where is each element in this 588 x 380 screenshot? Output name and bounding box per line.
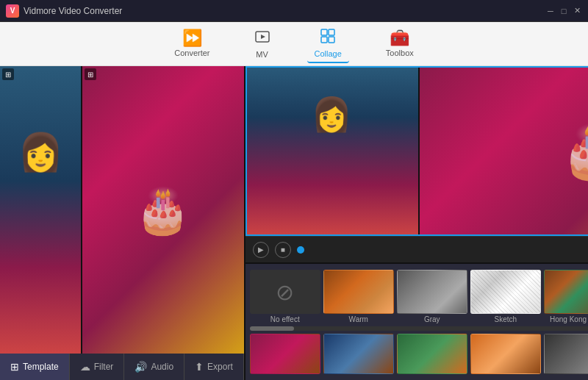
filter-thumb-r3	[397, 334, 467, 374]
nav-mv-label: MV	[256, 50, 268, 59]
horizontal-scrollbar[interactable]	[250, 326, 588, 331]
filter-hk-movie[interactable]: Hong Kong Movie	[544, 270, 588, 323]
filter-gallery: No effect Warm Gray Sketch	[245, 262, 588, 380]
left-preview	[0, 66, 244, 354]
play-button[interactable]: ▶	[253, 242, 269, 258]
filter-thumb-r1	[250, 334, 320, 374]
tab-audio[interactable]: 🔊 Audio	[124, 354, 184, 380]
tab-audio-label: Audio	[151, 362, 173, 372]
close-button[interactable]: ✕	[572, 6, 582, 16]
nav-toolbox[interactable]: 🧰 Toolbox	[379, 26, 421, 61]
filter-gray[interactable]: Gray	[397, 270, 467, 323]
svg-rect-3	[329, 29, 334, 35]
main-content: ⊞ Template ☁ Filter 🔊 Audio ⬆ Export	[0, 66, 588, 380]
logo-text: V	[10, 7, 15, 15]
right-cell-girl[interactable]	[245, 66, 418, 236]
filter-row-2	[250, 334, 588, 374]
tab-template[interactable]: ⊞ Template	[0, 354, 70, 380]
filter-thumb-r4	[470, 334, 541, 374]
maximize-button[interactable]: □	[559, 6, 569, 16]
filter-label-sketch: Sketch	[494, 315, 517, 323]
filter-icon: ☁	[80, 361, 90, 373]
filter-r3[interactable]	[397, 334, 467, 374]
filter-thumb-sketch	[470, 270, 541, 314]
collage-cell-1[interactable]	[0, 66, 81, 354]
collage-icon	[320, 28, 336, 47]
tab-filter[interactable]: ☁ Filter	[70, 354, 125, 380]
tab-filter-label: Filter	[94, 362, 114, 372]
export-tab-icon: ⬆	[195, 361, 204, 373]
nav-mv[interactable]: MV	[247, 25, 278, 62]
filter-r2[interactable]	[323, 334, 394, 374]
nav-toolbar: ⏩ Converter MV Collage 🧰 Toolbox	[0, 22, 588, 66]
minimize-button[interactable]: ─	[545, 6, 556, 16]
converter-icon: ⏩	[182, 30, 202, 46]
svg-marker-1	[261, 35, 265, 39]
nav-collage-label: Collage	[315, 49, 342, 58]
collage-cell-2[interactable]	[82, 66, 244, 354]
nav-collage[interactable]: Collage	[307, 24, 349, 63]
svg-rect-5	[329, 37, 334, 43]
filter-label-gray: Gray	[424, 315, 440, 323]
filter-thumb-no-effect	[250, 270, 320, 314]
filter-thumb-hk-movie	[544, 270, 588, 314]
girl-image	[0, 66, 81, 354]
filter-label-no-effect: No effect	[270, 315, 300, 323]
filter-r4[interactable]	[470, 334, 541, 374]
cake-image	[82, 66, 244, 354]
filter-wrapper: No effect Warm Gray Sketch	[245, 262, 588, 380]
template-icon: ⊞	[10, 361, 19, 373]
filter-label-warm: Warm	[349, 315, 368, 323]
stop-button[interactable]: ■	[275, 242, 291, 258]
collage-grid	[0, 66, 244, 354]
window-controls: ─ □ ✕	[545, 6, 582, 16]
playback-bar: ▶ ■ 00:00:00.00/00:00:44.05 🔊	[245, 236, 588, 262]
filter-thumb-warm	[323, 270, 394, 314]
filter-no-effect[interactable]: No effect	[250, 270, 320, 323]
audio-icon: 🔊	[135, 361, 147, 373]
scrollbar-thumb[interactable]	[250, 326, 294, 331]
nav-converter-label: Converter	[174, 49, 209, 57]
filter-thumb-r5	[544, 334, 588, 374]
right-collage-grid	[245, 66, 588, 236]
svg-rect-4	[321, 37, 327, 43]
right-cell-cake[interactable]	[420, 66, 588, 236]
app-logo: V	[6, 4, 19, 18]
mv-icon	[254, 29, 270, 48]
filter-thumb-gray	[397, 270, 467, 314]
title-bar: V Vidmore Video Converter ─ □ ✕	[0, 0, 588, 22]
tab-export[interactable]: ⬆ Export	[184, 354, 244, 380]
nav-toolbox-label: Toolbox	[386, 49, 414, 57]
toolbox-icon: 🧰	[390, 30, 409, 46]
tab-template-label: Template	[23, 362, 59, 372]
filter-r5[interactable]	[544, 334, 588, 374]
right-panel: ▶ ■ 00:00:00.00/00:00:44.05 🔊 No effect	[245, 66, 588, 380]
filter-label-hk-movie: Hong Kong Movie	[550, 315, 588, 323]
filter-sketch[interactable]: Sketch	[470, 270, 541, 323]
filter-r1[interactable]	[250, 334, 320, 374]
svg-rect-2	[321, 29, 327, 35]
cell-corner-icon-1	[2, 68, 14, 80]
nav-converter[interactable]: ⏩ Converter	[167, 26, 217, 61]
right-preview	[245, 66, 588, 236]
tab-bar: ⊞ Template ☁ Filter 🔊 Audio ⬆ Export	[0, 354, 244, 380]
tab-export-label: Export	[207, 362, 233, 372]
cell-corner-icon-2	[85, 68, 96, 80]
filter-warm[interactable]: Warm	[323, 270, 394, 323]
progress-indicator[interactable]	[297, 246, 304, 254]
filter-thumb-r2	[323, 334, 394, 374]
app-title: Vidmore Video Converter	[24, 6, 545, 16]
filter-row-1: No effect Warm Gray Sketch	[250, 270, 588, 323]
left-panel: ⊞ Template ☁ Filter 🔊 Audio ⬆ Export	[0, 66, 245, 380]
